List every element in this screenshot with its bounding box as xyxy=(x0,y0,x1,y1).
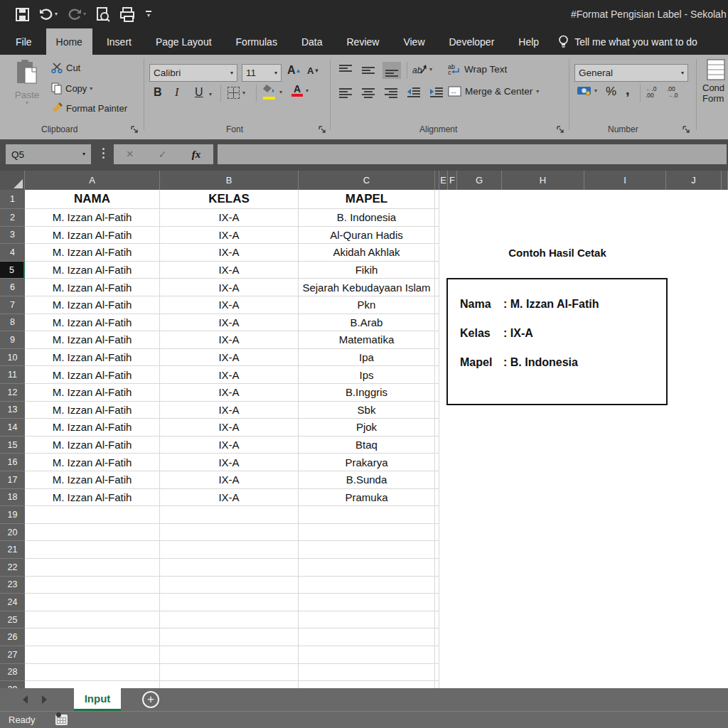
cell-A8[interactable]: M. Izzan Al-Fatih xyxy=(25,314,160,332)
cell-D13[interactable] xyxy=(435,402,439,419)
row-header-7[interactable]: 7 xyxy=(0,296,25,314)
save-button[interactable] xyxy=(16,8,29,21)
shrink-font-button[interactable]: A▼ xyxy=(307,65,319,76)
cell-A27[interactable] xyxy=(25,646,160,664)
column-header-F[interactable]: F xyxy=(448,171,457,190)
row-header-27[interactable]: 27 xyxy=(0,646,25,664)
cell-B26[interactable] xyxy=(160,628,299,646)
cell-C23[interactable] xyxy=(299,577,435,594)
cell-D3[interactable] xyxy=(435,227,439,245)
cell-D18[interactable] xyxy=(435,489,439,507)
conditional-formatting-button[interactable]: Cond Form xyxy=(702,59,728,104)
cell-A17[interactable]: M. Izzan Al-Fatih xyxy=(25,471,160,489)
cell-A23[interactable] xyxy=(25,577,160,594)
cell-C22[interactable] xyxy=(299,559,435,577)
row-header-18[interactable]: 18 xyxy=(0,489,25,507)
row-header-14[interactable]: 14 xyxy=(0,419,25,437)
decrease-decimal-button[interactable]: .00→.0 xyxy=(667,86,678,99)
cell-D6[interactable] xyxy=(435,279,439,296)
cell-D10[interactable] xyxy=(435,349,439,367)
cell-C27[interactable] xyxy=(299,646,435,664)
clipboard-dialog-launcher[interactable] xyxy=(131,125,139,134)
cell-B2[interactable]: IX-A xyxy=(160,209,299,227)
cell-D2[interactable] xyxy=(435,209,439,227)
cell-A25[interactable] xyxy=(25,611,160,629)
copy-button[interactable]: Copy ▾ xyxy=(51,82,92,95)
align-right-button[interactable] xyxy=(382,86,400,100)
alignment-dialog-launcher[interactable] xyxy=(557,125,565,134)
cell-A3[interactable]: M. Izzan Al-Fatih xyxy=(25,227,160,245)
tell-me-box[interactable]: Tell me what you want to do xyxy=(558,28,697,55)
cell-B6[interactable]: IX-A xyxy=(160,279,299,296)
align-middle-button[interactable] xyxy=(360,63,377,77)
orientation-caret-icon[interactable]: ▾ xyxy=(429,67,432,73)
tab-insert[interactable]: Insert xyxy=(97,28,141,55)
increase-decimal-button[interactable]: ←.0.00 xyxy=(646,86,657,99)
cell-C15[interactable]: Btaq xyxy=(299,437,435,454)
column-header-C[interactable]: C xyxy=(299,171,435,190)
accounting-caret-icon[interactable]: ▾ xyxy=(594,88,597,94)
cell-C20[interactable] xyxy=(299,524,435,542)
row-header-28[interactable]: 28 xyxy=(0,664,25,682)
cell-A18[interactable]: M. Izzan Al-Fatih xyxy=(25,489,160,507)
cell-D14[interactable] xyxy=(435,419,439,437)
cell-C29[interactable] xyxy=(299,681,435,688)
formula-bar-resize-handle[interactable] xyxy=(102,148,105,159)
cell-A22[interactable] xyxy=(25,559,160,577)
cell-C21[interactable] xyxy=(299,541,435,559)
wrap-text-button[interactable]: ab c Wrap Text xyxy=(448,63,507,75)
cell-D4[interactable] xyxy=(435,244,439,262)
row-header-5[interactable]: 5 xyxy=(0,262,25,279)
orientation-button[interactable]: ab ▾ xyxy=(412,63,432,76)
cell-C4[interactable]: Akidah Akhlak xyxy=(299,244,435,262)
cell-A2[interactable]: M. Izzan Al-Fatih xyxy=(25,209,160,227)
cell-D26[interactable] xyxy=(435,628,439,646)
cell-B7[interactable]: IX-A xyxy=(160,296,299,314)
underline-caret-icon[interactable]: ▾ xyxy=(209,92,212,97)
cell-B17[interactable]: IX-A xyxy=(160,471,299,489)
cell-A13[interactable]: M. Izzan Al-Fatih xyxy=(25,402,160,419)
cell-D20[interactable] xyxy=(435,524,439,542)
cell-B1[interactable]: KELAS xyxy=(160,190,299,209)
redo-button[interactable]: ▾ xyxy=(68,9,86,20)
cell-D21[interactable] xyxy=(435,541,439,559)
cell-B19[interactable] xyxy=(160,506,299,524)
cell-C18[interactable]: Pramuka xyxy=(299,489,435,507)
tab-help[interactable]: Help xyxy=(508,28,549,55)
format-painter-button[interactable]: Format Painter xyxy=(51,102,127,114)
row-header-3[interactable]: 3 xyxy=(0,227,25,245)
sheet-tab-input[interactable]: Input xyxy=(74,688,121,711)
cell-B22[interactable] xyxy=(160,559,299,577)
cell-C14[interactable]: Pjok xyxy=(299,419,435,437)
cell-B5[interactable]: IX-A xyxy=(160,262,299,279)
row-header-10[interactable]: 10 xyxy=(0,349,25,367)
cell-A9[interactable]: M. Izzan Al-Fatih xyxy=(25,331,160,349)
align-left-button[interactable] xyxy=(337,86,354,100)
cell-B16[interactable]: IX-A xyxy=(160,454,299,471)
column-header-B[interactable]: B xyxy=(160,171,299,190)
tab-review[interactable]: Review xyxy=(337,28,390,55)
cell-D1[interactable] xyxy=(435,190,439,209)
cell-A6[interactable]: M. Izzan Al-Fatih xyxy=(25,279,160,296)
formula-input[interactable] xyxy=(218,144,727,164)
merge-center-caret-icon[interactable]: ▾ xyxy=(536,89,539,95)
cell-D29[interactable] xyxy=(435,681,439,688)
column-header-J[interactable]: J xyxy=(666,171,722,190)
undo-caret-icon[interactable]: ▾ xyxy=(55,11,58,17)
row-header-19[interactable]: 19 xyxy=(0,506,25,524)
comma-button[interactable]: , xyxy=(626,82,630,98)
cell-C11[interactable]: Ips xyxy=(299,366,435,384)
percent-button[interactable]: % xyxy=(606,85,616,99)
macro-record-button[interactable] xyxy=(55,714,68,725)
column-header-A[interactable]: A xyxy=(25,171,160,190)
bold-button[interactable]: B xyxy=(154,86,162,99)
cell-A29[interactable] xyxy=(25,681,160,688)
row-header-22[interactable]: 22 xyxy=(0,559,25,577)
font-color-caret-icon[interactable]: ▾ xyxy=(306,88,309,94)
underline-button[interactable]: U xyxy=(195,86,203,99)
align-bottom-button[interactable] xyxy=(382,62,401,79)
accounting-format-button[interactable]: ▾ xyxy=(577,86,597,96)
cell-B29[interactable] xyxy=(160,681,299,688)
cell-C25[interactable] xyxy=(299,611,435,629)
row-header-11[interactable]: 11 xyxy=(0,366,25,384)
